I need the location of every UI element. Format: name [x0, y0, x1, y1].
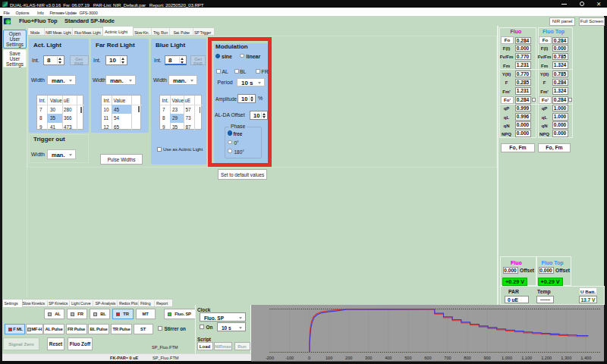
- svg-text:800: 800: [464, 356, 470, 360]
- svg-text:-100: -100: [285, 356, 294, 360]
- svg-text:700: 700: [444, 356, 451, 360]
- svg-text:100: 100: [326, 356, 332, 360]
- svg-text:0: 0: [308, 356, 310, 360]
- svg-text:-200: -200: [266, 356, 274, 360]
- svg-text:600: 600: [424, 356, 431, 360]
- svg-text:300: 300: [365, 356, 372, 360]
- svg-text:1,200: 1,200: [541, 356, 552, 360]
- svg-text:1,100: 1,100: [521, 356, 532, 360]
- svg-text:500: 500: [404, 356, 411, 360]
- svg-text:200: 200: [345, 356, 352, 360]
- svg-text:900: 900: [483, 356, 490, 360]
- svg-text:400: 400: [385, 356, 392, 360]
- svg-text:1,000: 1,000: [502, 356, 512, 360]
- svg-text:1,300: 1,300: [561, 356, 571, 360]
- svg-text:1,400: 1,400: [580, 356, 591, 360]
